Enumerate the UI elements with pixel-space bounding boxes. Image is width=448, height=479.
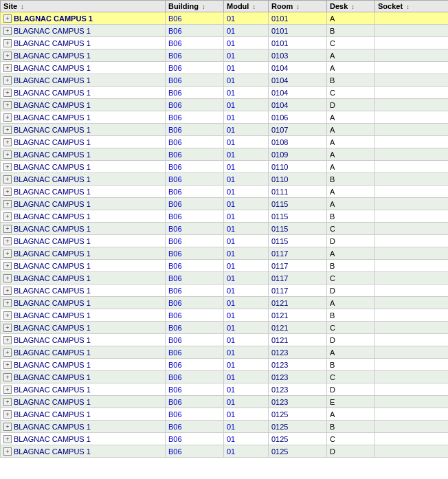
expand-icon[interactable]: +: [3, 435, 12, 443]
cell-site: +BLAGNAC CAMPUS 1: [1, 198, 166, 210]
table-row[interactable]: +BLAGNAC CAMPUS 1B06010107A: [1, 124, 449, 136]
table-row[interactable]: +BLAGNAC CAMPUS 1B06010117D: [1, 285, 449, 297]
expand-icon[interactable]: +: [3, 299, 12, 307]
cell-building: B06: [166, 12, 224, 25]
expand-icon[interactable]: +: [3, 89, 12, 97]
col-header-room-label: Room: [271, 2, 293, 10]
table-row[interactable]: +BLAGNAC CAMPUS 1B06010125B: [1, 421, 449, 433]
col-header-socket[interactable]: Socket ↕: [375, 1, 449, 12]
cell-socket: [375, 74, 449, 87]
site-label: BLAGNAC CAMPUS 1: [14, 14, 93, 23]
table-row[interactable]: +BLAGNAC CAMPUS 1B06010125C: [1, 433, 449, 445]
table-row[interactable]: +BLAGNAC CAMPUS 1B06010104B: [1, 74, 449, 87]
expand-icon[interactable]: +: [3, 101, 12, 109]
table-row[interactable]: +BLAGNAC CAMPUS 1B06010104A: [1, 62, 449, 74]
table-row[interactable]: +BLAGNAC CAMPUS 1B06010115C: [1, 223, 449, 235]
expand-icon[interactable]: +: [3, 348, 12, 357]
expand-icon[interactable]: +: [3, 324, 12, 332]
col-header-site[interactable]: Site ↕: [1, 1, 166, 12]
expand-icon[interactable]: +: [3, 27, 12, 35]
expand-icon[interactable]: +: [3, 410, 12, 419]
expand-icon[interactable]: +: [3, 212, 12, 221]
expand-icon[interactable]: +: [3, 274, 12, 282]
table-row[interactable]: +BLAGNAC CAMPUS 1B06010117A: [1, 247, 449, 260]
expand-icon[interactable]: +: [3, 423, 12, 431]
table-row[interactable]: +BLAGNAC CAMPUS 1B06010109A: [1, 148, 449, 161]
table-row[interactable]: +BLAGNAC CAMPUS 1B06010110A: [1, 161, 449, 173]
expand-icon[interactable]: +: [3, 336, 12, 344]
expand-icon[interactable]: +: [3, 76, 12, 85]
expand-icon[interactable]: +: [3, 52, 12, 60]
table-row[interactable]: +BLAGNAC CAMPUS 1B06010101B: [1, 25, 449, 37]
expand-icon[interactable]: +: [3, 311, 12, 320]
table-row[interactable]: +BLAGNAC CAMPUS 1B06010117C: [1, 272, 449, 285]
expand-icon[interactable]: +: [3, 237, 12, 245]
cell-socket: [375, 12, 449, 25]
expand-icon[interactable]: +: [3, 64, 12, 72]
table-row[interactable]: +BLAGNAC CAMPUS 1B06010121A: [1, 297, 449, 309]
table-row[interactable]: +BLAGNAC CAMPUS 1B06010123E: [1, 396, 449, 408]
cell-socket: [375, 309, 449, 322]
expand-icon[interactable]: +: [3, 262, 12, 270]
cell-socket: [375, 396, 449, 408]
table-row[interactable]: +BLAGNAC CAMPUS 1B06010125A: [1, 408, 449, 421]
table-row[interactable]: +BLAGNAC CAMPUS 1B06010123A: [1, 346, 449, 359]
expand-icon[interactable]: +: [3, 287, 12, 295]
table-row[interactable]: +BLAGNAC CAMPUS 1B06010115B: [1, 210, 449, 223]
cell-building: B06: [166, 445, 224, 458]
cell-building: B06: [166, 87, 224, 99]
expand-icon[interactable]: +: [3, 138, 12, 146]
expand-icon[interactable]: +: [3, 373, 12, 381]
cell-desk: B: [327, 74, 375, 87]
table-row[interactable]: +BLAGNAC CAMPUS 1B06010111A: [1, 186, 449, 198]
table-row[interactable]: +BLAGNAC CAMPUS 1B06010125D: [1, 445, 449, 458]
col-header-room[interactable]: Room ↕: [269, 1, 327, 12]
expand-icon[interactable]: +: [3, 126, 12, 134]
col-header-desk[interactable]: Desk ↕: [327, 1, 375, 12]
table-row[interactable]: +BLAGNAC CAMPUS 1B06010123B: [1, 359, 449, 371]
table-row[interactable]: +BLAGNAC CAMPUS 1B06010101A: [1, 12, 449, 25]
expand-icon[interactable]: +: [3, 188, 12, 196]
table-row[interactable]: +BLAGNAC CAMPUS 1B06010106A: [1, 111, 449, 124]
table-row[interactable]: +BLAGNAC CAMPUS 1B06010121D: [1, 334, 449, 346]
cell-modul: 01: [224, 346, 269, 359]
table-row[interactable]: +BLAGNAC CAMPUS 1B06010101C: [1, 37, 449, 49]
cell-socket: [375, 235, 449, 247]
table-row[interactable]: +BLAGNAC CAMPUS 1B06010108A: [1, 136, 449, 148]
table-row[interactable]: +BLAGNAC CAMPUS 1B06010104D: [1, 99, 449, 111]
expand-icon[interactable]: +: [3, 249, 12, 258]
cell-site: +BLAGNAC CAMPUS 1: [1, 396, 166, 408]
expand-icon[interactable]: +: [3, 39, 12, 47]
cell-site: +BLAGNAC CAMPUS 1: [1, 346, 166, 359]
expand-icon[interactable]: +: [3, 447, 12, 456]
table-row[interactable]: +BLAGNAC CAMPUS 1B06010110B: [1, 173, 449, 186]
expand-icon[interactable]: +: [3, 14, 12, 23]
table-row[interactable]: +BLAGNAC CAMPUS 1B06010117B: [1, 260, 449, 272]
table-row[interactable]: +BLAGNAC CAMPUS 1B06010103A: [1, 49, 449, 62]
table-row[interactable]: +BLAGNAC CAMPUS 1B06010115A: [1, 198, 449, 210]
cell-room: 0104: [269, 99, 327, 111]
table-row[interactable]: +BLAGNAC CAMPUS 1B06010104C: [1, 87, 449, 99]
table-row[interactable]: +BLAGNAC CAMPUS 1B06010115D: [1, 235, 449, 247]
table-row[interactable]: +BLAGNAC CAMPUS 1B06010123C: [1, 371, 449, 383]
col-header-building[interactable]: Building ↕: [166, 1, 224, 12]
cell-site: +BLAGNAC CAMPUS 1: [1, 334, 166, 346]
table-row[interactable]: +BLAGNAC CAMPUS 1B06010121B: [1, 309, 449, 322]
col-header-modul[interactable]: Modul ↕: [224, 1, 269, 12]
expand-icon[interactable]: +: [3, 225, 12, 233]
expand-icon[interactable]: +: [3, 163, 12, 171]
site-label: BLAGNAC CAMPUS 1: [14, 274, 91, 282]
cell-desk: C: [327, 37, 375, 49]
expand-icon[interactable]: +: [3, 361, 12, 369]
expand-icon[interactable]: +: [3, 386, 12, 394]
expand-icon[interactable]: +: [3, 151, 12, 159]
expand-icon[interactable]: +: [3, 113, 12, 122]
table-row[interactable]: +BLAGNAC CAMPUS 1B06010123D: [1, 383, 449, 396]
cell-building: B06: [166, 309, 224, 322]
cell-room: 0111: [269, 186, 327, 198]
expand-icon[interactable]: +: [3, 200, 12, 208]
table-row[interactable]: +BLAGNAC CAMPUS 1B06010121C: [1, 322, 449, 334]
cell-room: 0123: [269, 359, 327, 371]
expand-icon[interactable]: +: [3, 398, 12, 406]
expand-icon[interactable]: +: [3, 175, 12, 183]
